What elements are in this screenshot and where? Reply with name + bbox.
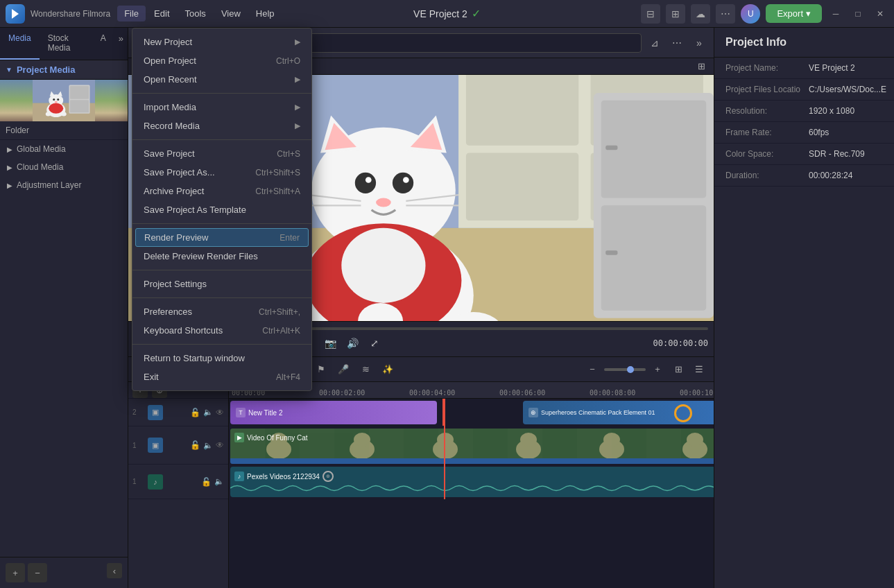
grid-view-btn[interactable]: ⊞ xyxy=(669,361,687,379)
volume-btn[interactable]: 🔊 xyxy=(343,334,361,352)
info-row-location: Project Files Locatio C:/Users/WS/Doc...… xyxy=(714,79,894,101)
fullscreen-btn[interactable]: ⤢ xyxy=(366,334,384,352)
window-minimize-btn[interactable]: ─ xyxy=(827,6,844,22)
track-2-mute-btn[interactable]: 🔈 xyxy=(203,408,213,417)
menu-open-recent[interactable]: Open Recent ▶ xyxy=(132,70,311,89)
audio-lock-btn[interactable]: 🔓 xyxy=(201,477,212,487)
tab-media[interactable]: Media xyxy=(0,28,40,60)
menu-delete-render-files[interactable]: Delete Preview Render Files xyxy=(132,247,311,266)
svg-point-14 xyxy=(46,112,51,116)
track-2-lock-btn[interactable]: 🔓 xyxy=(190,408,200,417)
filter-icon[interactable]: ⊿ xyxy=(646,34,664,52)
player-expand-icon[interactable]: ⊞ xyxy=(698,61,705,71)
global-media-section[interactable]: ▶ Global Media xyxy=(0,140,128,158)
info-row-name: Project Name: VE Project 2 xyxy=(714,58,894,79)
more-options-icon[interactable]: ⋯ xyxy=(668,34,686,52)
resolution-value: 1920 x 1080 xyxy=(809,106,854,116)
menu-render-preview[interactable]: Render Preview Enter xyxy=(135,228,309,247)
svg-point-36 xyxy=(366,177,372,183)
window-close-btn[interactable]: ✕ xyxy=(872,6,888,22)
zoom-in-btn[interactable]: + xyxy=(648,361,667,379)
global-media-arrow: ▶ xyxy=(7,146,12,153)
svg-point-45 xyxy=(341,228,425,303)
settings-btn[interactable]: ⋯ xyxy=(716,4,735,24)
project-media-header[interactable]: ▼ Project Media xyxy=(0,60,128,80)
timeline-section: ⧉ ↩ ↪ 🗑 ⊕ ↺ ◎ ⚑ 🎤 ≋ ✨ − + xyxy=(128,356,714,588)
track-1-mute-btn[interactable]: 🔈 xyxy=(203,441,213,450)
menu-tools[interactable]: Tools xyxy=(178,6,213,21)
marker-btn[interactable]: ⚑ xyxy=(312,361,330,379)
menu-project-settings[interactable]: Project Settings xyxy=(132,275,311,293)
clip-audio[interactable]: ♪ Pexels Videos 2122934 ⊕ xyxy=(230,467,714,497)
track-2-num: 2 xyxy=(132,408,145,416)
menu-save-as-template[interactable]: Save Project As Template xyxy=(132,200,311,219)
zoom-slider[interactable] xyxy=(604,368,646,371)
menu-new-project[interactable]: New Project ▶ xyxy=(132,33,311,51)
menu-section-save: Save Project Ctrl+S Save Project As... C… xyxy=(132,143,311,220)
effect-clip-label: Superheroes Cinematic Pack Element 01 xyxy=(541,409,655,416)
collapse-panel-btn[interactable]: ‹ xyxy=(107,563,122,578)
window-maximize-btn[interactable]: □ xyxy=(850,6,866,22)
folder-section[interactable]: Folder xyxy=(0,121,128,140)
menu-preferences[interactable]: Preferences Ctrl+Shift+, xyxy=(132,302,311,321)
minimize-panel-btn[interactable]: ⊟ xyxy=(641,4,660,24)
menu-save-project-as[interactable]: Save Project As... Ctrl+Shift+S xyxy=(132,163,311,182)
audio-clip-icon: ♪ xyxy=(234,472,244,481)
menu-import-media[interactable]: Import Media ▶ xyxy=(132,98,311,116)
zoom-out-btn[interactable]: − xyxy=(583,361,601,379)
svg-rect-28 xyxy=(605,250,617,254)
track-1-vis-btn[interactable]: 👁 xyxy=(216,440,224,450)
track-2-vis-btn[interactable]: 👁 xyxy=(216,408,224,417)
menu-record-media[interactable]: Record Media ▶ xyxy=(132,116,311,135)
list-view-btn[interactable]: ☰ xyxy=(690,361,708,379)
tab-more[interactable]: » xyxy=(114,28,128,60)
tab-audio[interactable]: A xyxy=(92,28,114,60)
info-row-duration: Duration: 00:00:28:24 xyxy=(714,165,894,187)
menu-open-project[interactable]: Open Project Ctrl+O xyxy=(132,51,311,70)
ruler-mark-3: 00:00:06:00 xyxy=(499,389,545,397)
menu-file[interactable]: File xyxy=(117,6,146,21)
cloud-btn[interactable]: ☁ xyxy=(691,4,710,24)
menu-section-settings: Project Settings xyxy=(132,273,311,295)
menu-save-project[interactable]: Save Project Ctrl+S xyxy=(132,144,311,163)
layout-btn[interactable]: ⊞ xyxy=(666,4,685,24)
menu-view[interactable]: View xyxy=(214,6,248,21)
voiceover-btn[interactable]: 🎤 xyxy=(334,361,352,379)
svg-rect-22 xyxy=(466,153,578,220)
tab-stock-media[interactable]: Stock Media xyxy=(40,28,92,60)
framerate-value: 60fps xyxy=(809,128,829,137)
effects-btn[interactable]: ✨ xyxy=(379,361,397,379)
export-button[interactable]: Export ▾ xyxy=(766,4,822,23)
clip-video[interactable]: ▶ Video Of Funny Cat xyxy=(230,429,714,462)
project-name-value: VE Project 2 xyxy=(809,63,855,73)
user-avatar[interactable]: U xyxy=(741,4,760,24)
snapshot-btn[interactable]: 📷 xyxy=(321,334,339,352)
project-title-area: VE Project 2 ✓ xyxy=(413,7,481,20)
menu-archive-project[interactable]: Archive Project Ctrl+Shift+A xyxy=(132,182,311,200)
media-thumbnail xyxy=(0,80,128,121)
svg-point-55 xyxy=(437,433,454,447)
remove-btn[interactable]: − xyxy=(28,563,47,582)
silence-btn[interactable]: ≋ xyxy=(356,361,375,379)
menu-exit[interactable]: Exit Alt+F4 xyxy=(132,368,311,386)
menu-return-startup[interactable]: Return to Startup window xyxy=(132,349,311,368)
clip-new-title-2[interactable]: T New Title 2 xyxy=(230,401,437,424)
cloud-media-section[interactable]: ▶ Cloud Media xyxy=(0,158,128,176)
menu-help[interactable]: Help xyxy=(249,6,282,21)
chevron-right-icon[interactable]: » xyxy=(690,34,708,52)
menu-sep-6 xyxy=(132,344,311,345)
project-location-value: C:/Users/WS/Doc...E xyxy=(809,85,886,94)
menu-keyboard-shortcuts[interactable]: Keyboard Shortcuts Ctrl+Alt+K xyxy=(132,321,311,340)
audio-mute-btn[interactable]: 🔈 xyxy=(214,477,224,486)
menu-edit[interactable]: Edit xyxy=(147,6,176,21)
track-1-lock-btn[interactable]: 🔓 xyxy=(190,440,200,450)
svg-rect-27 xyxy=(605,146,617,150)
playhead xyxy=(444,399,445,499)
adjustment-layer-section[interactable]: ▶ Adjustment Layer xyxy=(0,176,128,194)
audio-track-num: 1 xyxy=(132,478,145,485)
audio-clip-label: Pexels Videos 2122934 xyxy=(247,473,320,481)
svg-point-53 xyxy=(354,433,370,447)
resolution-label: Resolution: xyxy=(725,106,809,116)
add-folder-btn[interactable]: + xyxy=(6,563,25,582)
effect-clip-icon: ⊕ xyxy=(528,408,538,417)
